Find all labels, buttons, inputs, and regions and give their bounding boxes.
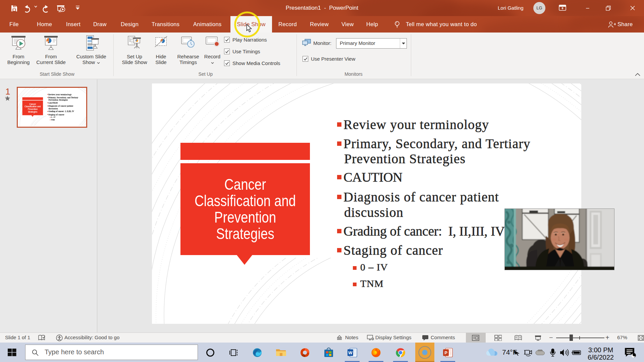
svg-text:P: P <box>444 350 447 355</box>
svg-text:W: W <box>348 350 353 355</box>
